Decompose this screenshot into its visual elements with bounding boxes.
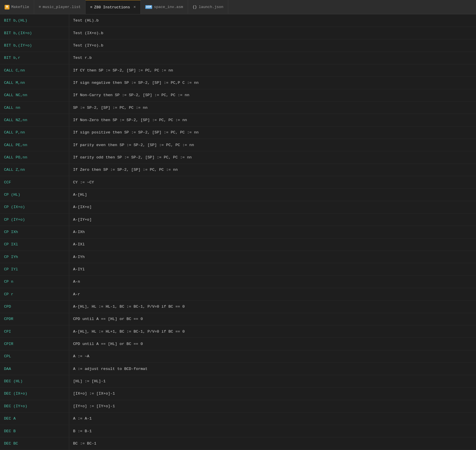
instruction-mnemonic[interactable]: CP IYl — [0, 263, 69, 276]
instruction-description: If sign negative then SP := SP-2, [SP] :… — [69, 77, 476, 89]
table-row: CALL NC,nnIf Non-Carry then SP := SP-2, … — [0, 89, 476, 101]
instruction-description: A-IXh — [69, 226, 476, 238]
table-row: CALL M,nnIf sign negative then SP := SP-… — [0, 77, 476, 89]
instruction-description: If CY then SP := SP-2, [SP] := PC, PC :=… — [69, 64, 476, 76]
instruction-mnemonic[interactable]: CP (IX+o) — [0, 201, 69, 213]
tab-launch-label: launch.json — [199, 5, 223, 9]
instruction-mnemonic[interactable]: CP (HL) — [0, 189, 69, 201]
instruction-description: If Zero then SP := SP-2, [SP] := PC, PC … — [69, 164, 476, 176]
tab-launch-json[interactable]: {} launch.json — [188, 0, 228, 14]
instruction-description: A-r — [69, 288, 476, 300]
instruction-mnemonic[interactable]: CALL NC,nn — [0, 89, 69, 101]
instruction-mnemonic[interactable]: CP (IY+o) — [0, 214, 69, 226]
tab-music-label: music_player.list — [42, 5, 81, 9]
instruction-mnemonic[interactable]: DAA — [0, 363, 69, 375]
tab-makefile-label: Makefile — [11, 5, 29, 9]
instruction-description: A-IYh — [69, 251, 476, 263]
tab-z80-close[interactable]: × — [133, 5, 136, 9]
instruction-mnemonic[interactable]: DEC (IY+o) — [0, 400, 69, 412]
instruction-description: A-[IY+o] — [69, 214, 476, 226]
instruction-description: [IY+o] := [IY+o]-1 — [69, 400, 476, 412]
instruction-mnemonic[interactable]: CALL PE,nn — [0, 139, 69, 151]
table-row: DAAA := adjust result to BCD-format — [0, 363, 476, 375]
instruction-description: A := adjust result to BCD-format — [69, 363, 476, 375]
instruction-mnemonic[interactable]: BIT b,(IY+o) — [0, 39, 69, 52]
instruction-mnemonic[interactable]: CPDR — [0, 313, 69, 325]
instruction-mnemonic[interactable]: BIT b,r — [0, 52, 69, 64]
table-row: CALL C,nnIf CY then SP := SP-2, [SP] := … — [0, 64, 476, 76]
instruction-description: A-[HL], HL := HL+1, BC := BC-1, P/V=0 if… — [69, 325, 476, 338]
instruction-description: A := ~A — [69, 350, 476, 362]
instruction-description: If oarity odd then SP := SP-2, [SP] := P… — [69, 151, 476, 164]
instruction-description: CY := ~CY — [69, 176, 476, 188]
table-row: DEC BCBC := BC-1 — [0, 437, 476, 450]
table-row: CP (HL)A-[HL] — [0, 189, 476, 201]
instruction-mnemonic[interactable]: CALL M,nn — [0, 77, 69, 89]
instruction-description: A-IXl — [69, 238, 476, 251]
instruction-description: A-n — [69, 276, 476, 288]
instruction-mnemonic[interactable]: CP IXh — [0, 226, 69, 238]
instruction-mnemonic[interactable]: CPIR — [0, 338, 69, 350]
table-row: BIT b,(IY+o)Test (IY+o).b — [0, 39, 476, 52]
instruction-mnemonic[interactable]: BIT b,(HL) — [0, 14, 69, 27]
table-row: CP rA-r — [0, 288, 476, 300]
instruction-mnemonic[interactable]: BIT b,(IX+o) — [0, 27, 69, 39]
instruction-mnemonic[interactable]: CALL C,nn — [0, 64, 69, 76]
tab-music-player[interactable]: ≡ music_player.list — [34, 0, 86, 14]
instruction-mnemonic[interactable]: DEC A — [0, 412, 69, 425]
instruction-mnemonic[interactable]: CPD — [0, 300, 69, 313]
tab-space-inv-label: space_inv.asm — [154, 5, 183, 9]
instruction-description: Test (IY+o).b — [69, 39, 476, 52]
instruction-mnemonic[interactable]: CP IYh — [0, 251, 69, 263]
instruction-mnemonic[interactable]: CALL nn — [0, 101, 69, 114]
table-row: CPIA-[HL], HL := HL+1, BC := BC-1, P/V=0… — [0, 325, 476, 338]
table-row: CP (IY+o)A-[IY+o] — [0, 214, 476, 226]
table-row: DEC (IY+o)[IY+o] := [IY+o]-1 — [0, 400, 476, 412]
tab-makefile[interactable]: M Makefile — [0, 0, 34, 14]
instruction-mnemonic[interactable]: DEC (IX+o) — [0, 387, 69, 400]
instruction-description: [HL] := [HL]-1 — [69, 375, 476, 387]
instruction-mnemonic[interactable]: DEC (HL) — [0, 375, 69, 387]
instruction-description: A-[IX+o] — [69, 201, 476, 213]
asm-icon: ASM — [145, 5, 152, 9]
instruction-description: SP := SP-2, [SP] := PC, PC := nn — [69, 101, 476, 114]
instruction-description: B := B-1 — [69, 425, 476, 437]
table-row: CPDRCPD until A == [HL] or BC == 0 — [0, 313, 476, 325]
instruction-description: If Non-Zero then SP := SP-2, [SP] := PC,… — [69, 114, 476, 126]
table-row: CPIRCPD until A == [HL] or BC == 0 — [0, 338, 476, 350]
instruction-mnemonic[interactable]: CCF — [0, 176, 69, 188]
instruction-description: Test (HL).b — [69, 14, 476, 27]
instruction-mnemonic[interactable]: CALL Z,nn — [0, 164, 69, 176]
table-row: DEC AA := A-1 — [0, 412, 476, 425]
instruction-description: A := A-1 — [69, 412, 476, 425]
instruction-description: Test (IX+o).b — [69, 27, 476, 39]
table-row: CALL Z,nnIf Zero then SP := SP-2, [SP] :… — [0, 164, 476, 176]
instruction-mnemonic[interactable]: DEC BC — [0, 437, 69, 450]
instruction-mnemonic[interactable]: CALL P,nn — [0, 126, 69, 139]
instruction-mnemonic[interactable]: CP IXl — [0, 238, 69, 251]
tab-z80-label: Z80 Instructions — [94, 5, 130, 9]
table-row: DEC BB := B-1 — [0, 425, 476, 437]
instruction-mnemonic[interactable]: CALL NZ,nn — [0, 114, 69, 126]
table-row: CALL PO,nnIf oarity odd then SP := SP-2,… — [0, 151, 476, 164]
instruction-mnemonic[interactable]: CPI — [0, 325, 69, 338]
instruction-mnemonic[interactable]: CP n — [0, 276, 69, 288]
table-row: CPLA := ~A — [0, 350, 476, 362]
table-row: BIT b,rTest r.b — [0, 52, 476, 64]
table-row: CALL NZ,nnIf Non-Zero then SP := SP-2, [… — [0, 114, 476, 126]
instruction-description: If sign positive then SP := SP-2, [SP] :… — [69, 126, 476, 139]
table-row: DEC (IX+o)[IX+o] := [IX+o]-1 — [0, 387, 476, 400]
tab-space-inv[interactable]: ASM space_inv.asm — [141, 0, 188, 14]
makefile-icon: M — [5, 5, 9, 9]
instruction-description: [IX+o] := [IX+o]-1 — [69, 387, 476, 400]
table-row: DEC (HL)[HL] := [HL]-1 — [0, 375, 476, 387]
tab-z80[interactable]: ≡ Z80 Instructions × — [86, 0, 141, 14]
instruction-mnemonic[interactable]: CALL PO,nn — [0, 151, 69, 164]
instruction-description: A-[HL] — [69, 189, 476, 201]
instruction-description: A-IYl — [69, 263, 476, 276]
instruction-mnemonic[interactable]: CP r — [0, 288, 69, 300]
instruction-mnemonic[interactable]: DEC B — [0, 425, 69, 437]
table-row: CALL P,nnIf sign positive then SP := SP-… — [0, 126, 476, 139]
instruction-description: Test r.b — [69, 52, 476, 64]
instruction-mnemonic[interactable]: CPL — [0, 350, 69, 362]
